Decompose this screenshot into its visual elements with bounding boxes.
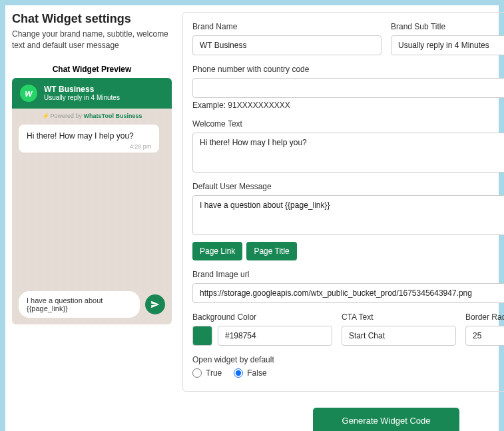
send-button[interactable] [145, 294, 165, 314]
bubble-text: Hi there! How may I help you? [27, 131, 151, 141]
page-title-button[interactable]: Page Title [246, 242, 296, 260]
color-swatch[interactable] [192, 326, 212, 346]
default-msg-label: Default User Message [192, 182, 504, 191]
preview-brand-name: WT Business [44, 85, 120, 94]
radio-false-option[interactable]: False [234, 368, 266, 378]
preview-message-bubble: Hi there! How may I help you? 4:28 pm [19, 125, 159, 153]
phone-input[interactable] [192, 78, 504, 98]
brand-sub-input[interactable] [391, 35, 504, 55]
brand-name-input[interactable] [192, 35, 381, 55]
page-title: Chat Widget settings [12, 12, 172, 26]
radio-true-label: True [206, 368, 222, 378]
avatar-icon: w [20, 85, 37, 102]
preview-header: w WT Business Usually reply in 4 Minutes [12, 78, 172, 109]
chat-preview: w WT Business Usually reply in 4 Minutes… [12, 78, 172, 324]
bubble-time: 4:28 pm [27, 143, 151, 150]
radio-false-label: False [247, 368, 266, 378]
bg-color-label: Background Color [192, 312, 332, 322]
radio-false-input[interactable] [234, 368, 243, 378]
phone-label: Phone number with country code [192, 65, 504, 74]
page-link-button[interactable]: Page Link [192, 242, 242, 260]
welcome-textarea[interactable] [192, 133, 504, 173]
send-icon [150, 300, 160, 309]
default-msg-textarea[interactable] [192, 195, 504, 235]
radio-true-option[interactable]: True [192, 368, 222, 378]
generate-widget-button[interactable]: Generate Widget Code [313, 408, 460, 431]
radius-input[interactable] [465, 326, 504, 346]
powered-by: ⚡Powered by WhatsTool Business [12, 109, 172, 125]
preview-input-field: I have a question about {{page_link}} [19, 291, 140, 318]
page-subtitle: Change your brand name, subtitle, welcom… [12, 29, 172, 51]
phone-hint: Example: 91XXXXXXXXXX [192, 101, 504, 110]
preview-heading: Chat Widget Preview [12, 65, 172, 74]
cta-label: CTA Text [342, 312, 456, 322]
brand-img-label: Brand Image url [192, 270, 504, 279]
brand-name-label: Brand Name [192, 22, 381, 31]
bg-color-input[interactable] [218, 326, 332, 346]
open-default-label: Open widget by default [192, 355, 504, 364]
radius-label: Border Radius(px) [465, 312, 504, 322]
preview-brand-sub: Usually reply in 4 Minutes [44, 94, 120, 101]
cta-input[interactable] [342, 326, 456, 346]
brand-sub-label: Brand Sub Title [391, 22, 504, 31]
welcome-label: Welcome Text [192, 119, 504, 129]
radio-true-input[interactable] [192, 368, 202, 378]
brand-img-input[interactable] [192, 283, 504, 303]
